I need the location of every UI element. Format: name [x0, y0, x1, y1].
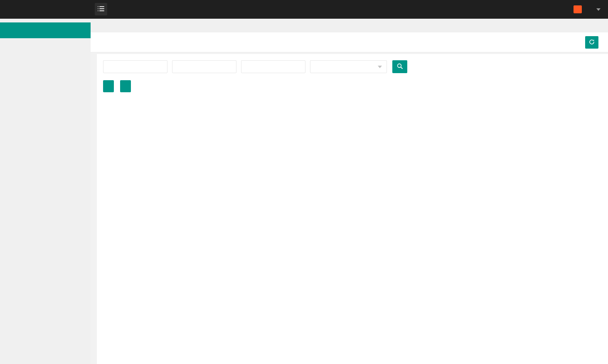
main-area: [91, 19, 608, 364]
withdraw-count-badge: [574, 5, 582, 13]
order-number-input[interactable]: [103, 60, 167, 73]
start-time-input[interactable]: [241, 60, 305, 73]
sidebar-item-order-list[interactable]: [0, 22, 91, 38]
refresh-button[interactable]: [585, 36, 598, 49]
order-list-panel: [97, 54, 608, 364]
chevron-down-icon: [596, 8, 601, 11]
commission-total-badge: [120, 80, 131, 92]
hamburger-icon: [98, 6, 104, 13]
toolbar: [91, 32, 608, 52]
topbar-right: [571, 0, 601, 19]
content-area: [91, 52, 608, 364]
filter-row: [103, 60, 608, 73]
user-number-input[interactable]: [172, 60, 236, 73]
trade-total-badge: [103, 80, 114, 92]
refresh-icon: [588, 39, 595, 47]
search-button[interactable]: [392, 60, 407, 73]
status-select[interactable]: [310, 60, 387, 73]
withdraw-menu[interactable]: [571, 5, 582, 13]
sidebar: [0, 19, 91, 364]
menu-toggle-button[interactable]: [95, 3, 107, 15]
top-bar: [0, 0, 608, 19]
chevron-down-icon: [378, 66, 382, 68]
tab-bar: [91, 19, 608, 32]
summary-row: [103, 80, 608, 92]
user-menu[interactable]: [593, 8, 601, 11]
search-icon: [396, 63, 403, 71]
